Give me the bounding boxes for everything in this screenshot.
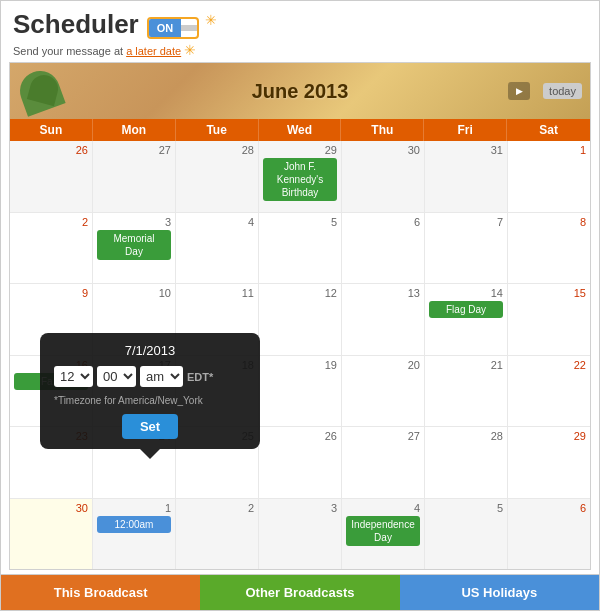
day-header-wed: Wed — [259, 119, 342, 141]
cal-cell[interactable]: 14Flag Day — [425, 284, 507, 355]
hour-select[interactable]: 12123 4567 891011 — [54, 366, 93, 387]
today-button[interactable]: today — [543, 83, 582, 99]
day-header-sat: Sat — [507, 119, 590, 141]
cell-number: 27 — [346, 430, 420, 442]
cal-cell[interactable]: 28 — [425, 427, 507, 498]
cell-number: 7 — [429, 216, 503, 228]
cal-cell[interactable]: 21 — [425, 356, 507, 427]
popup-date: 7/1/2013 — [54, 343, 246, 358]
cell-number: 8 — [512, 216, 586, 228]
day-header-tue: Tue — [176, 119, 259, 141]
cal-cell[interactable]: 26 — [259, 427, 341, 498]
us-holidays-tab[interactable]: US Holidays — [400, 575, 599, 610]
cell-number: 1 — [512, 144, 586, 156]
toggle-switch[interactable]: ON — [147, 17, 200, 39]
bottom-tabs: This Broadcast Other Broadcasts US Holid… — [1, 574, 599, 610]
cal-cell[interactable]: 6 — [508, 499, 590, 570]
this-broadcast-tab[interactable]: This Broadcast — [1, 575, 200, 610]
cal-cell[interactable]: 4Independence Day — [342, 499, 424, 570]
event-badge[interactable]: John F. Kennedy's Birthday — [263, 158, 337, 201]
cal-cell[interactable]: 15 — [508, 284, 590, 355]
cal-cell[interactable]: 19 — [259, 356, 341, 427]
cal-cell[interactable]: 27 — [342, 427, 424, 498]
cell-number: 12 — [263, 287, 337, 299]
cal-cell[interactable]: 26 — [10, 141, 92, 212]
cal-cell[interactable]: 1 — [508, 141, 590, 212]
cal-cell[interactable]: 29 — [508, 427, 590, 498]
time-popup: 7/1/2013 12123 4567 891011 00153045 ampm… — [40, 333, 260, 449]
cal-cell[interactable]: 20 — [342, 356, 424, 427]
cell-number: 13 — [346, 287, 420, 299]
cell-number: 9 — [14, 287, 88, 299]
cell-number: 6 — [346, 216, 420, 228]
cal-cell[interactable]: 5 — [425, 499, 507, 570]
later-date-link[interactable]: a later date — [126, 45, 181, 57]
cal-cell[interactable]: 112:00am — [93, 499, 175, 570]
page-title: Scheduler — [13, 9, 139, 40]
cell-number: 6 — [512, 502, 586, 514]
popup-time-row: 12123 4567 891011 00153045 ampm EDT* — [54, 366, 246, 387]
cell-number: 29 — [512, 430, 586, 442]
cal-cell[interactable]: 4 — [176, 213, 258, 284]
day-headers: Sun Mon Tue Wed Thu Fri Sat — [10, 119, 590, 141]
cell-number: 28 — [180, 144, 254, 156]
cell-number: 30 — [346, 144, 420, 156]
event-badge[interactable]: Flag Day — [429, 301, 503, 318]
cell-number: 1 — [97, 502, 171, 514]
toggle-off-label — [181, 25, 197, 31]
cal-cell[interactable]: 29John F. Kennedy's Birthday — [259, 141, 341, 212]
cal-cell[interactable]: 13 — [342, 284, 424, 355]
event-badge[interactable]: Independence Day — [346, 516, 420, 546]
cal-cell[interactable]: 8 — [508, 213, 590, 284]
cal-cell[interactable]: 2 — [10, 213, 92, 284]
cell-number: 22 — [512, 359, 586, 371]
cal-cell[interactable]: 3 — [259, 499, 341, 570]
cell-number: 30 — [14, 502, 88, 514]
cal-cell[interactable]: 5 — [259, 213, 341, 284]
play-button[interactable]: ▶ — [508, 82, 530, 100]
cal-cell[interactable]: 3Memorial Day — [93, 213, 175, 284]
cell-number: 21 — [429, 359, 503, 371]
cell-number: 10 — [97, 287, 171, 299]
cell-number: 11 — [180, 287, 254, 299]
day-header-sun: Sun — [10, 119, 93, 141]
cal-cell[interactable]: 6 — [342, 213, 424, 284]
event-badge[interactable]: 12:00am — [97, 516, 171, 533]
cal-cell[interactable]: 28 — [176, 141, 258, 212]
popup-tz-note: *Timezone for America/New_York — [54, 395, 246, 406]
cell-number: 27 — [97, 144, 171, 156]
header-subtitle: Send your message at a later date ✳ — [13, 42, 199, 58]
cell-number: 3 — [263, 502, 337, 514]
toggle-on-label[interactable]: ON — [149, 19, 182, 37]
cal-cell[interactable]: 12 — [259, 284, 341, 355]
cell-number: 19 — [263, 359, 337, 371]
cal-cell[interactable]: 2 — [176, 499, 258, 570]
cal-cell[interactable]: 22 — [508, 356, 590, 427]
popup-arrow — [140, 449, 160, 459]
minute-select[interactable]: 00153045 — [97, 366, 136, 387]
cell-number: 31 — [429, 144, 503, 156]
star-icon: ✳ — [184, 42, 196, 58]
other-broadcasts-tab[interactable]: Other Broadcasts — [200, 575, 399, 610]
day-header-thu: Thu — [341, 119, 424, 141]
set-button[interactable]: Set — [122, 414, 178, 439]
cell-number: 14 — [429, 287, 503, 299]
cal-cell[interactable]: 30 — [10, 499, 92, 570]
cal-cell[interactable]: 27 — [93, 141, 175, 212]
calendar: June 2013 ▶ today Sun Mon Tue Wed Thu Fr… — [9, 62, 591, 570]
cal-cell[interactable]: 7 — [425, 213, 507, 284]
event-badge[interactable]: Memorial Day — [97, 230, 171, 260]
cell-number: 5 — [429, 502, 503, 514]
scheduler-page: Scheduler ON ✳ Send your message at a la… — [0, 0, 600, 611]
ampm-select[interactable]: ampm — [140, 366, 183, 387]
cell-number: 26 — [14, 144, 88, 156]
cell-number: 20 — [346, 359, 420, 371]
cal-cell[interactable]: 30 — [342, 141, 424, 212]
cal-cell[interactable]: 31 — [425, 141, 507, 212]
cell-number: 2 — [14, 216, 88, 228]
cell-number: 4 — [180, 216, 254, 228]
header: Scheduler ON ✳ Send your message at a la… — [1, 1, 599, 62]
day-header-mon: Mon — [93, 119, 176, 141]
cell-number: 15 — [512, 287, 586, 299]
calendar-banner: June 2013 ▶ today — [10, 63, 590, 119]
